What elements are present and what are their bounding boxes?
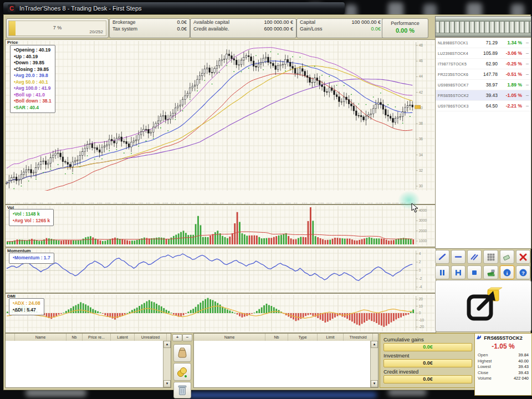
add-funds-button[interactable] — [173, 363, 191, 381]
watchlist-row[interactable]: FR2235STOCK6147.78-0.51 %– — [436, 69, 531, 80]
progress-fraction: 20/252 — [90, 29, 103, 34]
orders-scrollbar[interactable]: ▲ ▼ — [370, 341, 378, 387]
svg-text:32: 32 — [419, 168, 423, 172]
column-header[interactable]: Price re... — [83, 334, 111, 341]
money-bag-icon — [177, 347, 188, 359]
column-header[interactable]: Nb — [66, 334, 83, 341]
column-header[interactable]: Nb — [265, 334, 288, 341]
volume-chart[interactable]: 4000300020001000 — [6, 206, 434, 245]
stop-button[interactable] — [467, 265, 482, 279]
orders-table[interactable]: NameNbTypeLimitThreshold ▲ ▼ — [193, 333, 378, 388]
x-tick: 5/10 — [154, 202, 162, 203]
portfolio-button[interactable] — [483, 265, 498, 279]
scroll-down-icon[interactable]: ▼ — [371, 380, 378, 387]
stock-price: 38.97 — [477, 82, 498, 88]
dmi-chart-panel[interactable]: DMI •ADX : 24.08•ΔDI : 5.47 20100-10-20 — [5, 293, 436, 333]
scroll-down-icon[interactable]: ▼ — [163, 380, 171, 387]
column-header[interactable]: Name — [194, 334, 265, 341]
grid-button[interactable] — [483, 250, 498, 264]
step-button[interactable] — [451, 265, 466, 279]
x-tick: 8/2 — [253, 202, 261, 203]
price-chart[interactable]: 48464442403836343230 — [6, 41, 434, 191]
column-header[interactable]: Limit — [318, 334, 344, 341]
column-header[interactable]: Name — [15, 334, 66, 341]
column-header[interactable]: Latent — [111, 334, 135, 341]
dmi-chart[interactable]: 20100-10-20 — [6, 295, 434, 331]
positions-table[interactable]: NameNbPrice re...LatentUnrealized ▲ ▼ — [5, 333, 171, 388]
x-tick: 9/27 — [318, 202, 326, 203]
quote-row-label: Volume — [478, 376, 492, 382]
watchlist-row[interactable]: NL8988STOCK171.291.34 %– — [436, 38, 531, 48]
x-tick: 6/21 — [203, 202, 212, 203]
x-tick: 8/30 — [285, 202, 294, 203]
pause-icon — [438, 268, 447, 277]
watchlist[interactable]: NL8988STOCK171.291.34 %–LU2398STOCK4105.… — [435, 37, 531, 249]
remove-row-button[interactable]: − — [182, 334, 192, 341]
parallel-lines-button[interactable] — [467, 250, 482, 264]
quote-row: Open39.84 — [478, 352, 529, 359]
watchlist-row[interactable]: FRS655STOCK239.43-1.05 %– — [436, 90, 531, 101]
x-tick: 11/8 — [367, 202, 376, 203]
stock-name: NL8988STOCK1 — [438, 41, 477, 45]
trend-line-button[interactable] — [435, 250, 449, 264]
x-tick: 2/1 — [39, 202, 48, 203]
watchlist-row[interactable]: IT9877STOCK562.90-0.25 %– — [436, 59, 531, 69]
column-header[interactable]: Unrealized — [135, 334, 167, 341]
stock-name: US9898STOCK7 — [438, 83, 477, 87]
investment-value: 0.0€ — [383, 359, 472, 367]
scroll-up-icon[interactable]: ▲ — [371, 341, 378, 348]
bank-building-image — [435, 16, 531, 37]
column-header[interactable]: Type — [288, 334, 318, 341]
orders-table-header: NameNbTypeLimitThreshold — [194, 334, 378, 341]
x-tick: 11/15 — [376, 202, 384, 203]
quote-row-value: 39.43 — [518, 370, 529, 376]
buy-bag-button[interactable] — [173, 344, 191, 362]
watchlist-row[interactable]: US9898STOCK738.971.89 %– — [436, 80, 531, 90]
x-tick: 8/16 — [269, 202, 278, 203]
positions-scrollbar[interactable]: ▲ ▼ — [163, 341, 171, 387]
title-bar[interactable]: C InTrader'Shoes 8 - Trading Desk - Firs… — [3, 2, 345, 14]
eraser-button[interactable] — [500, 250, 514, 264]
help-icon: ? — [519, 268, 528, 277]
svg-text:48: 48 — [419, 43, 423, 47]
stock-price: 147.78 — [477, 71, 498, 77]
stock-name: FRS655STOCK2 — [438, 94, 477, 98]
momentum-chart-panel[interactable]: Momentum •Momentum : 1.7 420-2-4 — [5, 248, 436, 293]
x-tick: 7/19 — [236, 202, 244, 203]
performance-value: 0.00 % — [382, 27, 428, 34]
scroll-up-icon[interactable]: ▲ — [163, 341, 171, 348]
stock-change: -1.05 % — [498, 93, 522, 98]
x-tick: 2/22 — [64, 202, 73, 203]
orders-table-body[interactable] — [194, 341, 371, 387]
trash-button[interactable] — [173, 382, 191, 398]
column-header[interactable] — [6, 334, 15, 341]
quote-row-label: Open — [478, 352, 488, 359]
positions-table-body[interactable] — [6, 341, 163, 387]
cumulative-gains-value: 0.0€ — [383, 343, 472, 351]
add-row-button[interactable]: + — [172, 334, 182, 341]
price-chart-panel[interactable]: Price •Opening : 40.19•Up : 40.19•Down :… — [5, 39, 436, 204]
volume-chart-panel[interactable]: Vol •Vol : 1148 k•Avg Vol : 1265 k 40003… — [5, 204, 436, 247]
quote-change: -1.05 % — [478, 342, 529, 350]
delete-button[interactable] — [516, 250, 530, 264]
vol-legend: •Vol : 1148 k•Avg Vol : 1265 k — [9, 209, 54, 226]
watchlist-row[interactable]: LU2398STOCK4105.89-3.06 %– — [436, 48, 531, 59]
x-tick: 2/8 — [48, 202, 56, 203]
x-tick: 5/24 — [171, 202, 179, 203]
x-tick: 10/18 — [343, 202, 351, 203]
watchlist-row[interactable]: US9786STOCK364.50-2.21 %– — [436, 101, 531, 111]
svg-text:-2: -2 — [419, 277, 422, 280]
horizontal-line-button[interactable] — [451, 250, 466, 264]
x-tick: 11/1 — [359, 202, 367, 203]
svg-text:4: 4 — [419, 252, 421, 255]
export-panel[interactable] — [435, 280, 531, 332]
column-header[interactable]: Threshold — [344, 334, 373, 341]
help-button[interactable]: ? — [516, 265, 530, 279]
stock-price: 62.90 — [477, 61, 498, 66]
pause-button[interactable] — [435, 265, 449, 279]
quote-flag-icon — [476, 335, 482, 340]
momentum-chart[interactable]: 420-2-4 — [6, 249, 434, 291]
stock-flat-icon: – — [522, 93, 529, 98]
info-button[interactable]: i — [500, 265, 514, 279]
x-tick: 3/29 — [105, 202, 114, 203]
